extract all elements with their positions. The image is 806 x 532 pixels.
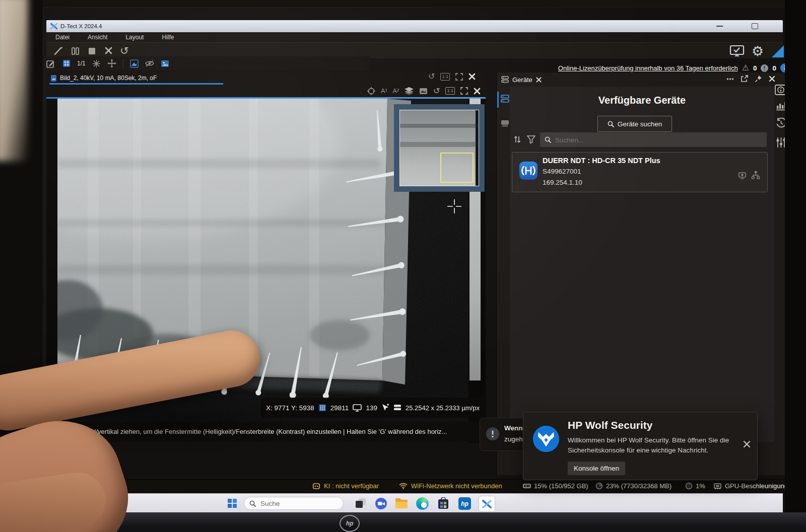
fullscreen-icon[interactable] [460,87,468,95]
store-icon[interactable] [437,497,449,510]
pan-move-icon[interactable] [107,59,116,68]
device-tab-close-icon[interactable] [536,77,542,83]
cursor-position-icon [381,404,389,412]
fit-screen-icon[interactable] [455,73,463,81]
navigator-dark-edge [476,110,479,186]
hp-logo: hp [340,515,360,532]
preview-image-icon[interactable] [419,88,428,95]
hp-app-icon[interactable]: hp [458,497,471,510]
wifi-status: WiFi-Netzwerk nicht verbunden [399,482,502,490]
device-panel-tab[interactable]: Geräte [501,74,542,85]
one-to-one-icon[interactable]: 1:1 [440,73,450,81]
device-network-icon[interactable] [751,171,760,180]
dtect-app-icon[interactable] [479,496,495,512]
settings-gear-icon[interactable]: ⚙ [752,45,764,58]
minimize-button[interactable] [716,26,723,27]
file-explorer-icon[interactable] [395,498,408,509]
rectangle-tool-icon[interactable] [87,46,97,56]
thumbnail-grid-icon[interactable] [62,59,71,67]
bezel-top [0,0,806,7]
delete-annotation-icon[interactable] [104,46,113,55]
license-link[interactable]: Online-Lizenzüberprüfung innerhalb von 3… [558,64,738,72]
snowflake-reset-icon[interactable] [92,59,101,68]
device-settings-icon[interactable] [738,172,747,179]
device-panel-title: Verfügbare Geräte [510,95,774,106]
window-level-icon[interactable] [130,59,139,68]
display-value: 139 [366,404,377,412]
navigator-thumbnail[interactable] [394,104,485,192]
windows-taskbar: hp [46,493,783,513]
popup-close-icon[interactable] [743,440,751,448]
one-to-one-view-icon[interactable]: 1:1 [445,87,455,95]
cpu-status-text: 1% [696,482,705,490]
undo-icon[interactable]: ↺ [120,45,129,56]
hide-annotations-icon[interactable] [145,60,154,67]
konsole-button-label: Konsole öffnen [574,465,619,472]
windows-start-button[interactable] [228,499,237,508]
close-panel-icon[interactable] [769,75,775,82]
warning-count: 0 [753,64,757,72]
sort-icon[interactable] [513,135,522,144]
crosshair-tool-icon[interactable] [367,87,375,95]
chat-icon[interactable] [375,497,387,510]
search-devices-button[interactable]: Geräte suchen [597,116,672,132]
pin-icon[interactable] [755,75,762,83]
refresh-icon[interactable]: ↺ [428,72,435,81]
devices-tab-icon [501,76,509,83]
layers-icon[interactable] [405,87,414,95]
image-tab[interactable]: Bild_2, 40kV, 10 mA, 80Sek, 2m, oF [50,72,157,84]
disk-status: 15% (150/952 GB) [523,482,588,490]
close-view-icon[interactable] [474,88,481,95]
device-serial: S499627001 [543,168,581,175]
info-circle-icon [780,63,785,72]
device-panel-controls [726,75,775,83]
viewer-status-overlay: X: 9771 Y: 5938 29811 139 25.2542 x 25.2… [261,398,486,418]
device-card[interactable]: DUERR NDT : HD-CR 35 NDT Plus S499627001… [512,152,768,192]
konsole-button[interactable]: Konsole öffnen [568,462,625,475]
menu-datei[interactable]: Datei [55,34,70,41]
page-indicator: 1/1 [77,60,86,67]
tab-bar-controls: ↺ 1:1 [428,72,476,81]
task-view-icon[interactable] [355,497,367,509]
sidebar-detector-icon[interactable] [501,120,509,127]
device-panel-tab-label: Geräte [512,76,532,84]
popout-icon[interactable] [741,75,748,83]
wifi-icon [399,483,408,489]
close-tab-group-icon[interactable] [468,73,476,80]
menu-ansicht[interactable]: Ansicht [88,34,107,41]
reset-view-icon[interactable]: ↺ [433,87,440,95]
monitor-icon [353,404,362,412]
edge-icon[interactable] [416,497,429,510]
panel-sidebar-active-bar [497,92,499,108]
auto-window-2-icon[interactable]: A² [393,88,399,95]
device-search-field[interactable] [540,132,767,147]
toast-text-line2: zugeh [504,435,523,443]
sidebar-devices-icon[interactable] [501,95,509,103]
navigator-texture-line [400,124,479,128]
device-logo [519,162,538,180]
device-search-input[interactable] [554,132,763,148]
image-mode-icon[interactable] [161,60,169,67]
menu-layout[interactable]: Layout [125,34,144,41]
activation-check-icon[interactable] [729,45,745,58]
maximize-button[interactable] [752,23,758,29]
toast-text-line1: Wenn [504,424,523,432]
ki-icon [312,483,320,490]
ki-status: KI : nicht verfügbar [312,482,379,490]
pixel-size: 25.2542 x 25.2333 µm/px [406,404,480,412]
hp-app-icon-label: hp [461,500,468,507]
marker-tool-icon[interactable] [71,46,81,56]
ram-status-text: 23% (7730/32368 MB) [606,482,671,490]
more-options-icon[interactable] [726,78,734,81]
taskbar-search-input[interactable] [259,499,332,508]
device-ip: 169.254.1.10 [543,179,582,186]
wifi-status-text: WiFi-Netzwerk nicht verbunden [411,482,502,490]
auto-window-1-icon[interactable]: A¹ [381,88,387,95]
draw-tool-icon[interactable] [53,45,64,56]
viewport-rectangle[interactable] [440,153,474,183]
menu-hilfe[interactable]: Hilfe [162,34,174,41]
edit-annotation-icon[interactable] [46,59,55,69]
filter-icon[interactable] [527,135,535,143]
taskbar-search[interactable] [244,497,344,510]
ki-status-text: KI : nicht verfügbar [324,482,379,490]
